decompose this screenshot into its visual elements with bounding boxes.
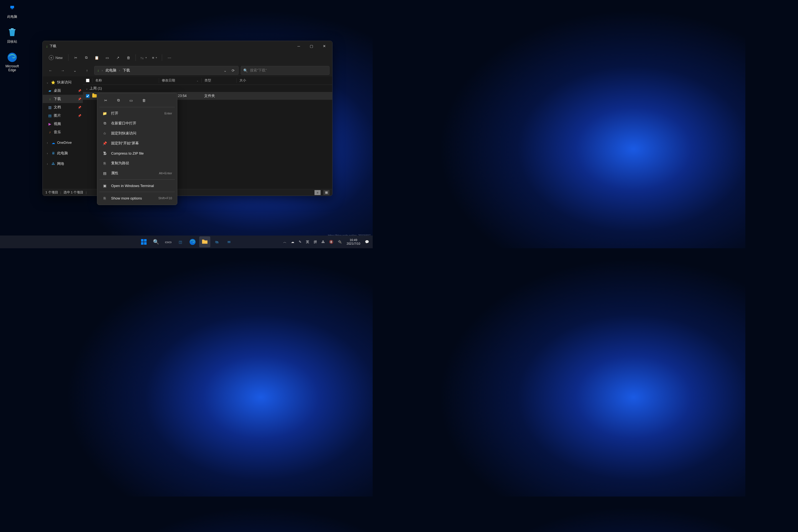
sidebar-thispc[interactable]: ›🖥此电脑 [43,149,83,157]
copy-icon: ⧉ [85,55,88,60]
ctx-terminal[interactable]: ▣Open in Windows Terminal [99,180,175,191]
close-button[interactable]: ✕ [318,41,330,51]
pin-icon: 📌 [78,97,81,100]
more-button[interactable]: ⋯ [164,53,174,63]
search-icon: 🔍 [153,239,159,245]
group-header[interactable]: ⌄上周 (1) [83,85,332,92]
share-button[interactable]: ↗ [113,53,123,63]
notifications-button[interactable]: 💬 [363,236,371,247]
recent-button[interactable]: ⌄ [70,66,80,75]
tiles-view-button[interactable]: ▦ [323,190,329,195]
ctx-copy-path[interactable]: ⎘复制为路径 [99,158,175,168]
minimize-button[interactable]: ─ [292,41,305,51]
ime-pen-icon[interactable]: ✎ [297,236,303,247]
ime-mode-button[interactable]: 拼 [312,236,319,247]
view-button[interactable]: ≡▾ [150,53,159,63]
document-icon: ▥ [48,105,52,110]
ctx-zip[interactable]: 🗜Compress to ZIP file [99,148,175,158]
network-tray-icon[interactable]: 🖧 [320,236,327,247]
rename-button[interactable]: ▭ [102,53,112,63]
sidebar-item-desktop[interactable]: ▰桌面📌 [43,87,83,95]
status-items: 1 个项目 [45,190,58,194]
sort-button[interactable]: ↑↓▾ [138,53,149,63]
sidebar-item-music[interactable]: ♪音乐 [43,128,83,136]
sidebar-item-videos[interactable]: ▶视频 [43,120,83,128]
delete-button[interactable]: 🗑 [123,53,133,63]
forward-button[interactable]: → [58,66,68,75]
ctx-properties[interactable]: ▤属性Alt+Enter [99,168,175,178]
sidebar-onedrive[interactable]: ›☁OneDrive [43,138,83,147]
addr-dropdown-button[interactable]: ⌄ [221,66,229,75]
cut-button[interactable]: ✂ [71,53,81,63]
up-button[interactable]: ↑ [82,66,92,75]
svg-rect-4 [141,239,144,242]
new-button[interactable]: +New [45,53,66,63]
ctx-pin-quick[interactable]: ☆固定到快速访问 [99,128,175,138]
select-all-checkbox[interactable] [86,79,90,82]
onedrive-tray-icon[interactable]: ☁ [289,236,296,247]
breadcrumb-home[interactable]: ↓ [96,67,100,73]
more-icon: ⋯ [168,56,171,60]
col-type[interactable]: 类型 [202,78,236,83]
star-icon: ⭐ [51,80,55,84]
mail-button[interactable]: ✉ [224,236,235,247]
desktop-icon-recycle[interactable]: 回收站 [2,26,22,44]
col-date[interactable]: 修改日期⌄ [159,78,202,83]
desktop-icon: ▰ [48,89,52,93]
breadcrumb-seg[interactable]: 下载 [121,67,132,74]
search-input[interactable] [250,69,327,72]
titlebar[interactable]: ↓ 下载 ─ ▢ ✕ [43,41,332,51]
tray-expand-button[interactable]: ︿ [281,236,288,247]
ctx-cut-button[interactable]: ✂ [102,96,110,104]
trash-icon: 🗑 [142,98,146,102]
ctx-rename-button[interactable]: ▭ [127,96,135,104]
ctx-open-new[interactable]: ⧉在新窗口中打开 [99,118,175,128]
folder-icon [201,238,208,246]
video-icon: ▶ [48,122,52,126]
volume-tray-icon[interactable]: 🔇 [327,236,335,247]
clock-button[interactable]: 16:49 2021/7/10 [344,236,362,247]
svg-rect-7 [144,242,147,245]
desktop-icon-thispc[interactable]: 此电脑 [2,2,22,19]
sidebar-item-pictures[interactable]: ▤图片📌 [43,111,83,120]
view-icon: ≡ [152,56,154,60]
search-box[interactable]: 🔍 [241,66,329,75]
ctx-pin-start[interactable]: 📌固定到"开始"屏幕 [99,138,175,148]
start-button[interactable] [138,236,149,247]
monitor-icon: 🖥 [51,151,55,155]
path-icon: ⎘ [102,161,107,166]
terminal-icon: ▣ [102,183,107,188]
open-external-icon: ⧉ [102,121,107,126]
taskview-button[interactable]: ▭▭ [163,236,174,247]
col-name[interactable]: 名称 [92,78,159,83]
sidebar-quick-access[interactable]: ⌄⭐快速访问 [43,78,83,87]
widgets-button[interactable]: ◫ [175,236,186,247]
search-button[interactable]: 🔍 [150,236,162,247]
row-checkbox[interactable] [86,94,90,98]
desktop-icon-label: Microsoft Edge [2,64,22,72]
ctx-copy-button[interactable]: ⧉ [114,96,122,104]
breadcrumb-seg[interactable]: 此电脑 [104,67,118,74]
sidebar-item-documents[interactable]: ▥文档📌 [43,103,83,111]
paste-button[interactable]: 📋 [92,53,102,63]
store-button[interactable]: 🛍 [211,236,223,247]
ctx-open[interactable]: 📁打开Enter [99,108,175,118]
address-bar[interactable]: ↓ › 此电脑 › 下载 ⌄ ⟳ [94,66,239,75]
ctx-more[interactable]: ⎘Show more optionsShift+F10 [99,193,175,203]
col-size[interactable]: 大小 [236,78,259,83]
refresh-button[interactable]: ⟳ [229,66,237,75]
details-view-button[interactable]: ≡ [315,190,321,195]
sidebar-network[interactable]: ›🖧网络 [43,159,83,168]
edge-button[interactable] [187,236,198,247]
ctx-delete-button[interactable]: 🗑 [140,96,148,104]
explorer-button[interactable] [199,236,210,247]
pin-icon: 📌 [78,89,81,92]
battery-tray-icon[interactable]: 🔌 [336,236,344,247]
copy-button[interactable]: ⧉ [81,53,91,63]
sidebar-item-downloads[interactable]: ↓下载📌 [43,95,83,103]
desktop-icon-edge[interactable]: Microsoft Edge [2,52,22,72]
ime-lang-button[interactable]: 英 [304,236,311,247]
back-button[interactable]: ← [45,66,55,75]
pin-icon: 📌 [78,114,81,117]
maximize-button[interactable]: ▢ [305,41,318,51]
